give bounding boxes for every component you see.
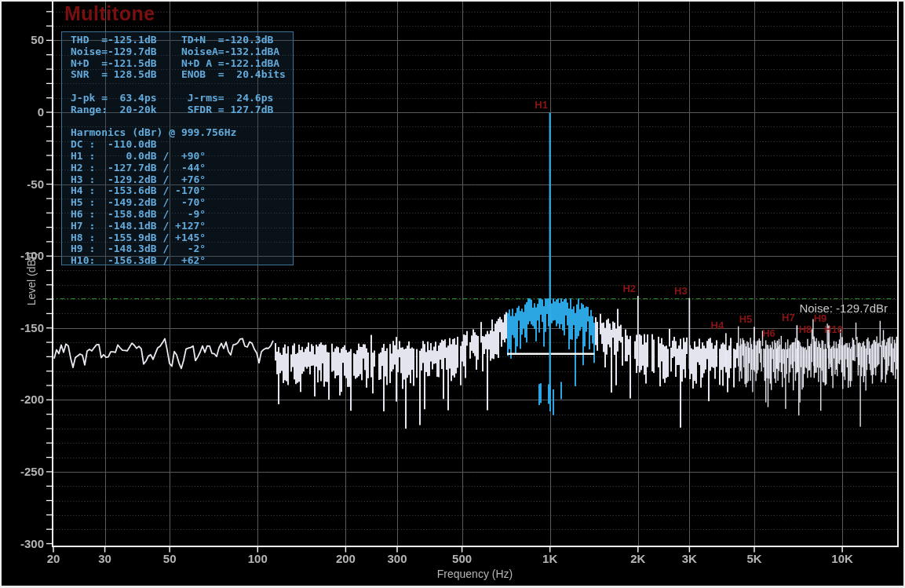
- stats-line: H2 : -127.7dB / -44°: [71, 163, 293, 174]
- y-tick-label: 0: [0, 104, 44, 120]
- stats-line: Noise=-129.7dB NoiseA=-132.1dBA: [71, 46, 293, 58]
- stats-line: H4 : -153.6dB / -170°: [71, 185, 293, 197]
- x-tick-label: 30: [82, 552, 129, 565]
- stats-line: Harmonics (dBr) @ 999.756Hz: [71, 127, 293, 139]
- harmonic-label-h5: H5: [739, 313, 753, 325]
- harmonic-label-h4: H4: [711, 320, 724, 331]
- analyzer-window: { "window": { "title": "Multitone" }, "c…: [0, 0, 905, 588]
- harmonic-label-h7: H7: [782, 312, 795, 323]
- y-tick-label: 50: [0, 32, 44, 48]
- x-tick-label: 200: [322, 552, 369, 565]
- page-title: Multitone: [64, 2, 155, 25]
- y-tick-label: -200: [0, 392, 44, 407]
- y-tick-label: -300: [0, 536, 44, 552]
- measurement-stats-panel[interactable]: THD =-125.1dB TD+N =-120.3dBNoise=-129.7…: [61, 31, 294, 265]
- stats-line: J-pk = 63.4ps J-rms= 24.6ps: [71, 93, 293, 104]
- stats-line: H8 : -155.9dB / +145°: [71, 232, 293, 244]
- stats-line: [71, 81, 293, 93]
- y-tick-label: -50: [0, 177, 44, 192]
- x-tick-label: 20: [30, 552, 77, 565]
- noise-level-annotation: Noise: -129.7dBr: [799, 301, 888, 315]
- y-tick-label: -250: [0, 464, 44, 480]
- stats-line: DC : -110.0dB: [71, 139, 293, 151]
- stats-line: SNR = 128.5dB ENOB = 20.4bits: [71, 69, 293, 81]
- x-tick-label: 300: [374, 552, 421, 565]
- harmonic-label-h6: H6: [762, 327, 775, 338]
- stats-line: H5 : -149.2dB / -70°: [71, 197, 293, 209]
- stats-line: H3 : -129.2dB / +76°: [71, 174, 293, 186]
- harmonic-label-h2: H2: [622, 282, 636, 294]
- stats-line: N+D =-121.5dB N+D A =-122.1dBA: [71, 58, 293, 70]
- stats-line: H6 : -158.8dB / -9°: [71, 209, 293, 221]
- x-tick-label: 5K: [731, 552, 778, 565]
- stats-line: THD =-125.1dB TD+N =-120.3dB: [71, 35, 293, 46]
- stats-line: H9 : -148.3dB / -2°: [71, 243, 293, 255]
- stats-line: Range: 20-20k SFDR = 127.7dB: [71, 104, 293, 116]
- harmonic-label-h10: H10: [824, 323, 843, 335]
- y-axis-title: Level (dBr): [25, 232, 38, 326]
- x-tick-label: 1K: [527, 552, 574, 565]
- harmonic-label-h1: H1: [535, 99, 548, 111]
- harmonic-label-h3: H3: [674, 284, 688, 296]
- stats-line: [71, 116, 293, 128]
- x-tick-label: 2K: [615, 552, 662, 565]
- x-tick-label: 100: [234, 552, 281, 565]
- harmonic-label-h8: H8: [799, 323, 812, 334]
- x-tick-label: 3K: [666, 552, 713, 565]
- x-tick-label: 50: [146, 552, 193, 565]
- stats-line: H1 : 0.0dB / +90°: [71, 151, 293, 163]
- stats-line: H10: -156.3dB / +62°: [71, 255, 293, 267]
- x-tick-label: 500: [439, 552, 486, 565]
- x-tick-label: 10K: [819, 552, 866, 565]
- x-axis-title: Frequency (Hz): [408, 568, 542, 580]
- stats-line: H7 : -148.1dB / +127°: [71, 221, 293, 232]
